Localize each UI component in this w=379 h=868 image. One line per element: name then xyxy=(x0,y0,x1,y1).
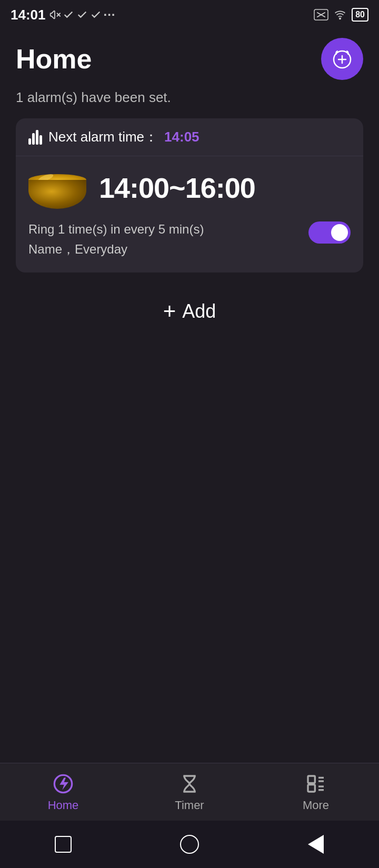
alarm-row: 14:00~16:00 xyxy=(28,167,351,209)
check-icon-1 xyxy=(63,9,74,21)
svg-rect-11 xyxy=(308,784,315,791)
status-icons: ··· xyxy=(49,7,116,22)
more-dots-icon: ··· xyxy=(104,7,116,22)
add-label: Add xyxy=(182,300,216,322)
add-alarm-fab-button[interactable] xyxy=(321,38,363,80)
next-alarm-bar: Next alarm time： 14:05 xyxy=(16,118,363,156)
timer-nav-icon xyxy=(178,772,201,795)
svg-point-5 xyxy=(340,18,341,19)
toggle-thumb xyxy=(331,224,348,241)
check-icon-3 xyxy=(90,9,102,21)
wifi-icon xyxy=(333,9,347,21)
timer-nav-label: Timer xyxy=(175,799,204,812)
back-button[interactable] xyxy=(303,831,329,857)
sound-wave-icon xyxy=(28,130,42,145)
home-nav-icon xyxy=(52,772,75,795)
alarm-toggle[interactable] xyxy=(308,221,351,244)
recent-apps-button[interactable] xyxy=(50,831,76,857)
nav-item-timer[interactable]: Timer xyxy=(126,767,253,817)
alarm-details: Ring 1 time(s) in every 5 min(s) Name，Ev… xyxy=(28,219,351,260)
svg-rect-10 xyxy=(308,776,315,783)
status-right: 80 xyxy=(314,8,368,22)
system-nav xyxy=(0,821,379,868)
bottom-nav: Home Timer More xyxy=(0,763,379,821)
mute-icon xyxy=(49,9,61,21)
next-alarm-label: Next alarm time： xyxy=(48,128,158,146)
home-icon xyxy=(180,835,199,854)
alarm-count-label: 1 alarm(s) have been set. xyxy=(16,89,363,106)
more-nav-icon xyxy=(304,772,327,795)
add-alarm-button[interactable]: + Add xyxy=(16,294,363,329)
battery-indicator: 80 xyxy=(352,8,368,22)
name-info: Name，Everyday xyxy=(28,239,204,259)
alarm-info-text: Ring 1 time(s) in every 5 min(s) Name，Ev… xyxy=(28,219,204,260)
back-icon xyxy=(308,835,324,854)
status-bar: 14:01 ··· xyxy=(0,0,379,27)
recent-apps-icon xyxy=(55,836,72,853)
main-content: Home 1 alarm(s) have been set. xyxy=(0,27,379,340)
alarm-body: 14:00~16:00 Ring 1 time(s) in every 5 mi… xyxy=(16,156,363,272)
more-nav-label: More xyxy=(303,799,329,812)
header-row: Home xyxy=(16,38,363,80)
nav-item-more[interactable]: More xyxy=(253,767,379,817)
alarm-time-range: 14:00~16:00 xyxy=(99,171,255,204)
home-nav-label: Home xyxy=(48,799,79,812)
page-title: Home xyxy=(16,43,92,75)
no-signal-icon xyxy=(314,9,328,21)
add-alarm-icon xyxy=(331,48,353,70)
status-left: 14:01 ··· xyxy=(11,7,116,23)
singing-bowl-icon xyxy=(28,167,86,209)
next-alarm-time-value: 14:05 xyxy=(164,129,200,145)
clock: 14:01 xyxy=(11,7,46,23)
home-button[interactable] xyxy=(176,831,203,857)
add-plus-icon: + xyxy=(163,299,176,324)
check-icon-2 xyxy=(76,9,88,21)
nav-item-home[interactable]: Home xyxy=(0,767,126,817)
ring-info: Ring 1 time(s) in every 5 min(s) xyxy=(28,219,204,239)
alarm-card[interactable]: Next alarm time： 14:05 14:00~16:00 Ring … xyxy=(16,118,363,272)
